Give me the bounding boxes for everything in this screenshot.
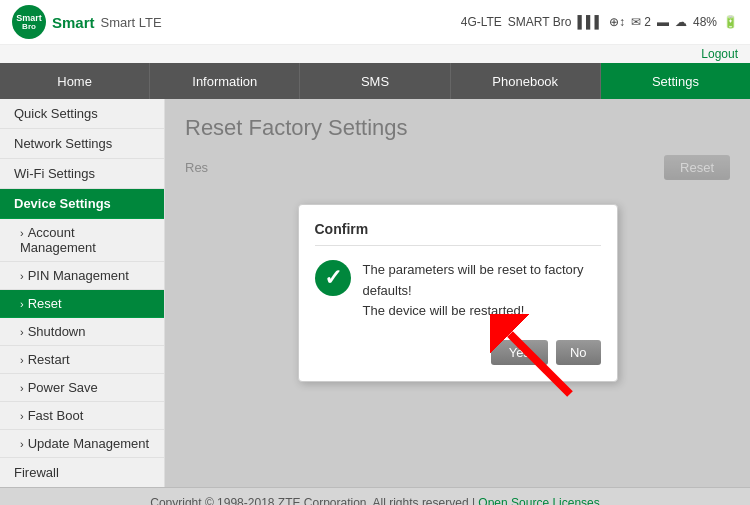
sidebar-sub-pin-management[interactable]: ›PIN Management <box>0 262 164 290</box>
nav-tabs: Home Information SMS Phonebook Settings <box>0 63 750 99</box>
main-layout: Quick Settings Network Settings Wi-Fi Se… <box>0 99 750 487</box>
arrow-icon: › <box>20 354 24 366</box>
logout-link[interactable]: Logout <box>701 47 738 61</box>
tab-home[interactable]: Home <box>0 63 150 99</box>
wifi-icon: ☁ <box>675 15 687 29</box>
arrow-icon: › <box>20 227 24 239</box>
tab-settings[interactable]: Settings <box>601 63 750 99</box>
tab-phonebook[interactable]: Phonebook <box>451 63 601 99</box>
battery-pct: 48% <box>693 15 717 29</box>
carrier-name: SMART Bro <box>508 15 572 29</box>
tab-information[interactable]: Information <box>150 63 300 99</box>
arrow-icon: › <box>20 326 24 338</box>
logo-icon: SmartBro <box>12 5 46 39</box>
dialog-body: ✓ The parameters will be reset to factor… <box>315 260 601 322</box>
tab-sms[interactable]: SMS <box>300 63 450 99</box>
sidebar-item-quick-settings[interactable]: Quick Settings <box>0 99 164 129</box>
yes-button[interactable]: Yes <box>491 340 548 365</box>
header: SmartBro Smart Smart LTE 4G-LTE SMART Br… <box>0 0 750 63</box>
brand-name: Smart LTE <box>101 15 162 30</box>
sidebar-sub-shutdown[interactable]: ›Shutdown <box>0 318 164 346</box>
arrow-icon: › <box>20 382 24 394</box>
check-icon: ✓ <box>315 260 351 296</box>
sidebar-item-firewall[interactable]: Firewall <box>0 458 164 487</box>
dialog-title: Confirm <box>315 221 601 246</box>
sidebar: Quick Settings Network Settings Wi-Fi Se… <box>0 99 165 487</box>
status-bar: 4G-LTE SMART Bro ▌▌▌ ⊕↕ ✉ 2 ▬ ☁ 48% 🔋 <box>461 15 738 29</box>
sidebar-sub-power-save[interactable]: ›Power Save <box>0 374 164 402</box>
arrow-icon: › <box>20 438 24 450</box>
modal-overlay: Confirm ✓ The parameters will be reset t… <box>165 99 750 487</box>
footer: Copyright © 1998-2018 ZTE Corporation. A… <box>0 487 750 505</box>
sidebar-section-device-settings: Device Settings <box>0 189 164 219</box>
sidebar-sub-account-management[interactable]: ›Account Management <box>0 219 164 262</box>
sidebar-item-wifi-settings[interactable]: Wi-Fi Settings <box>0 159 164 189</box>
arrow-icon: › <box>20 410 24 422</box>
sidebar-sub-reset[interactable]: ›Reset <box>0 290 164 318</box>
network-status: 4G-LTE <box>461 15 502 29</box>
dialog-message: The parameters will be reset to factory … <box>363 260 601 322</box>
mail-icon: ✉ 2 <box>631 15 651 29</box>
confirm-dialog: Confirm ✓ The parameters will be reset t… <box>298 204 618 382</box>
sidebar-sub-update-management[interactable]: ›Update Management <box>0 430 164 458</box>
sidebar-sub-fast-boot[interactable]: ›Fast Boot <box>0 402 164 430</box>
sim-icon: ▬ <box>657 15 669 29</box>
logout-bar: Logout <box>0 44 750 63</box>
footer-link[interactable]: Open Source Licenses <box>478 496 599 505</box>
no-button[interactable]: No <box>556 340 601 365</box>
sidebar-sub-restart[interactable]: ›Restart <box>0 346 164 374</box>
battery-icon: 🔋 <box>723 15 738 29</box>
logo-area: SmartBro Smart Smart LTE <box>12 5 162 39</box>
logo-text: Smart <box>52 14 95 31</box>
arrow-icon: › <box>20 270 24 282</box>
signal-icon: ▌▌▌ <box>577 15 603 29</box>
footer-text: Copyright © 1998-2018 ZTE Corporation. A… <box>150 496 475 505</box>
data-icon: ⊕↕ <box>609 15 625 29</box>
content-area: Reset Factory Settings Res Reset Confirm… <box>165 99 750 487</box>
sidebar-item-network-settings[interactable]: Network Settings <box>0 129 164 159</box>
dialog-buttons: Yes No <box>315 340 601 365</box>
arrow-icon: › <box>20 298 24 310</box>
